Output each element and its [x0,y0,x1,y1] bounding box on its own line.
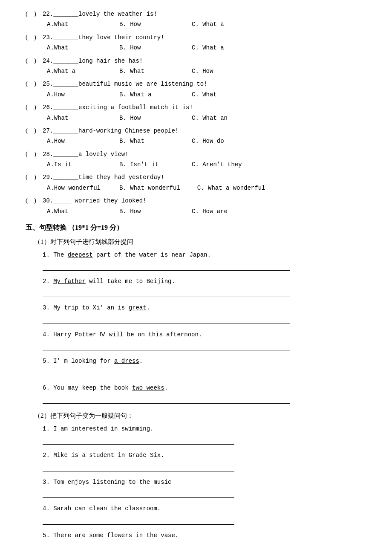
q23-close: ) [34,32,43,42]
part1-sentence-5: 5. I' m looking for a dress. [43,356,366,377]
question-28: ( ) 28._______a lovely view! A.Is it B. … [26,149,366,170]
sentence-5-text: 5. I' m looking for a dress. [43,356,366,366]
q29-opt-b: B. What wonderful [119,183,180,193]
question-30: ( ) 30._____ worried they looked! A.What… [26,195,366,216]
q29-paren: ( [26,172,34,182]
q26-opt-a: A.What [47,113,102,123]
sentence-1-text: 1. The deepest part of the water is near… [43,250,366,260]
part2-sentence-1: 1. I am interested in swimming. [43,424,366,445]
q29-opt-a: A.How wonderful [47,183,102,193]
p2-sentence-3-text: 3. Tom enjoys listening to the music [43,477,366,487]
part-two-instruction: （2）把下列句子变为一般疑问句： [34,410,366,421]
q25-text: 25._______beautiful music we are listeni… [43,79,366,89]
q22-close: ) [34,9,43,19]
q29-close: ) [34,172,43,182]
q29-text: 29._______time they had yesterday! [43,173,366,182]
part1-sentence-1: 1. The deepest part of the water is near… [43,250,366,271]
q24-opt-b: B. What [119,66,175,76]
q23-paren: ( [26,32,34,42]
question-25: ( ) 25._______beautiful music we are lis… [26,78,366,99]
q29-opt-c: C. What a wonderful [197,183,265,193]
question-27: ( ) 27._______hard-working Chinese peopl… [26,125,366,146]
question-23: ( ) 23._______they love their country! A… [26,32,366,53]
p2-sentence-2-answer-line [43,462,234,471]
sentence-3-underline: great [129,304,147,311]
q22-opt-a: A.What [47,20,102,29]
q26-paren: ( [26,102,34,112]
multiple-choice-section: ( ) 22._______lovely the weather is! A.W… [26,9,366,216]
q23-opt-b: B. How [119,43,175,52]
part2-sentence-5: 5. There are some flowers in the vase. [43,531,366,551]
q22-opt-b: B. How [119,20,175,29]
q30-text: 30._____ worried they looked! [43,196,366,205]
sentence-2-underline: My father [53,278,86,285]
p2-sentence-2-text: 2. Mike is a student in Grade Six. [43,451,366,460]
sentence-3-text: 3. My trip to Xi' an is great. [43,303,366,312]
section-five: 五、句型转换 （19*1 分=19 分） （1）对下列句子进行划线部分提问 1.… [26,222,366,555]
p2-sentence-1-answer-line [43,435,234,445]
question-29: ( ) 29._______time they had yesterday! A… [26,172,366,193]
part1-sentence-2: 2. My father will take me to Beijing. [43,277,366,297]
q26-close: ) [34,102,43,112]
q30-opt-c: C. How are [192,207,247,216]
q27-close: ) [34,125,43,136]
part2-sentence-2: 2. Mike is a student in Grade Six. [43,451,366,471]
p2-sentence-5-text: 5. There are some flowers in the vase. [43,531,366,540]
q27-opt-c: C. How do [192,136,247,146]
q23-text: 23._______they love their country! [43,33,366,42]
part1-sentence-3: 3. My trip to Xi' an is great. [43,303,366,324]
sentence-2-text: 2. My father will take me to Beijing. [43,277,366,286]
q25-opt-c: C. What [192,90,247,99]
q23-opt-a: A.What [47,43,102,52]
q28-opt-c: C. Aren't they [192,160,247,169]
p2-sentence-3-answer-line [43,489,234,498]
sentence-4-underline: Harry Potter Ⅳ [53,331,105,338]
q27-text: 27._______hard-working Chinese people! [43,126,366,136]
sentence-3-answer-line [43,315,290,324]
q28-opt-a: A.Is it [47,160,102,169]
question-22: ( ) 22._______lovely the weather is! A.W… [26,9,366,29]
sentence-5-answer-line [43,368,290,377]
part-one: （1）对下列句子进行划线部分提问 1. The deepest part of … [26,237,366,404]
q27-opt-b: B. What [119,136,175,146]
part-two: （2）把下列句子变为一般疑问句： 1. I am interested in s… [26,410,366,555]
q30-paren: ( [26,195,34,205]
p2-sentence-1-text: 1. I am interested in swimming. [43,424,366,434]
q26-opt-c: C. What an [192,113,247,123]
q24-paren: ( [26,55,34,66]
q24-close: ) [34,55,43,66]
q24-opt-c: C. How [192,66,247,76]
q30-opt-a: A.What [47,207,102,216]
question-24: ( ) 24._______long hair she has! A.What … [26,55,366,76]
q26-text: 26._______exciting a football match it i… [43,103,366,112]
q30-opt-b: B. How [119,207,175,216]
q28-close: ) [34,149,43,159]
q28-paren: ( [26,149,34,159]
part2-sentence-4: 4. Sarah can clean the classroom. [43,504,366,524]
q25-opt-b: B. What a [119,90,175,99]
sentence-4-answer-line [43,341,290,350]
q28-opt-b: B. Isn't it [119,160,175,169]
p2-sentence-4-answer-line [43,515,234,525]
section-five-title: 五、句型转换 （19*1 分=19 分） [26,222,366,233]
question-26: ( ) 26._______exciting a football match … [26,102,366,123]
part1-sentence-6: 6. You may keep the book two weeks. [43,383,366,404]
sentence-1-underline: deepest [68,251,93,258]
part1-sentence-4: 4. Harry Potter Ⅳ will be on this aftern… [43,330,366,350]
sentence-2-answer-line [43,288,290,297]
part-one-instruction: （1）对下列句子进行划线部分提问 [34,237,366,247]
q22-paren: ( [26,9,34,19]
q25-opt-a: A.How [47,90,102,99]
part2-sentence-3: 3. Tom enjoys listening to the music [43,477,366,498]
q24-text: 24._______long hair she has! [43,56,366,66]
p2-sentence-5-answer-line [43,542,234,551]
sentence-6-text: 6. You may keep the book two weeks. [43,383,366,393]
p2-sentence-4-text: 4. Sarah can clean the classroom. [43,504,366,513]
q24-opt-a: A.What a [47,66,102,76]
q28-text: 28._______a lovely view! [43,150,366,159]
sentence-1-answer-line [43,261,290,271]
sentence-6-underline: two weeks [132,384,164,391]
q22-opt-c: C. What a [192,20,247,29]
q27-opt-a: A.How [47,136,102,146]
q25-paren: ( [26,78,34,89]
